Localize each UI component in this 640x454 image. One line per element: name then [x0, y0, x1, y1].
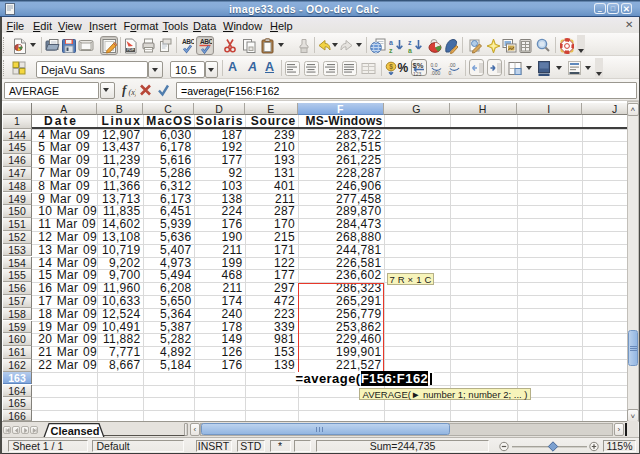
- svg-text:a: a: [408, 47, 412, 54]
- svg-text:.000: .000: [431, 70, 441, 76]
- svg-text:ABC: ABC: [182, 38, 194, 45]
- svg-text:f: f: [122, 82, 128, 97]
- svg-text:(x): (x): [129, 88, 137, 97]
- svg-text:ABC: ABC: [200, 38, 212, 45]
- svg-text:123: 123: [413, 70, 422, 76]
- svg-text:z: z: [389, 47, 393, 54]
- svg-text:PDF: PDF: [127, 48, 135, 52]
- svg-text:0.0: 0.0: [431, 61, 438, 67]
- svg-text:$: $: [389, 63, 393, 71]
- svg-text:0.: 0.: [449, 70, 453, 76]
- svg-text:.00: .00: [449, 61, 456, 67]
- svg-text:z: z: [408, 38, 412, 45]
- svg-text:a: a: [389, 38, 393, 45]
